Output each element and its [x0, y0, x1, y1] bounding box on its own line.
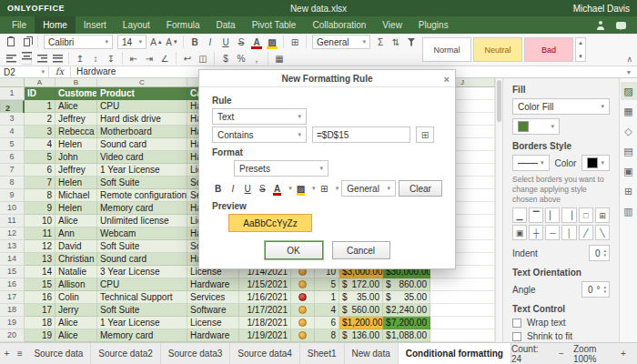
cell-B7[interactable]: Jeffrey: [56, 164, 97, 177]
cell-B9[interactable]: Michael: [56, 189, 97, 202]
border-all-icon[interactable]: ⊞: [595, 207, 610, 223]
cell-C2[interactable]: CPU: [97, 100, 187, 113]
menu-tab-view[interactable]: View: [374, 16, 410, 34]
underline-button[interactable]: U: [218, 35, 233, 49]
row-header-1[interactable]: 1: [0, 87, 25, 100]
decrement-font-size-button[interactable]: A▼: [165, 35, 179, 49]
bold-button[interactable]: B: [212, 181, 224, 196]
underline-button[interactable]: U: [242, 181, 254, 196]
cell-D17[interactable]: Services: [187, 291, 239, 304]
insert-function-button[interactable]: fx: [49, 66, 71, 77]
cell-B13[interactable]: David: [56, 240, 97, 253]
cell-style-normal[interactable]: Normal: [422, 37, 471, 62]
cell-A16[interactable]: 15: [25, 278, 56, 291]
cell-J20[interactable]: [430, 329, 495, 342]
presets-select[interactable]: Presets▾: [234, 160, 329, 177]
cell-H19[interactable]: $1,200.00: [339, 317, 383, 329]
cell-E16[interactable]: 1/15/2021: [239, 278, 291, 291]
cell-C15[interactable]: 3 Year License: [97, 266, 187, 278]
row-header-11[interactable]: 11: [0, 215, 25, 228]
vertical-scrollbar[interactable]: [495, 78, 502, 342]
manage-access-icon[interactable]: [596, 21, 605, 30]
condition-select[interactable]: Contains▾: [212, 126, 307, 143]
cell-C6[interactable]: Video card: [97, 151, 187, 164]
paste-button[interactable]: [4, 35, 18, 49]
border-diagonal-up-icon[interactable]: ╱: [579, 225, 593, 240]
cell-G18[interactable]: 4: [315, 304, 339, 317]
cell-A11[interactable]: 10: [25, 215, 56, 228]
sheet-tab-source-data2[interactable]: Source data2: [91, 343, 161, 364]
zoom-out-button[interactable]: −: [555, 349, 568, 359]
menu-tab-formula[interactable]: Formula: [158, 16, 208, 34]
sheet-tab-source-data[interactable]: Source data: [26, 343, 91, 364]
vertical-align-middle-button[interactable]: ↕: [88, 51, 103, 66]
row-header-17[interactable]: 17: [0, 291, 25, 304]
increment-font-size-button[interactable]: A▲: [149, 35, 164, 49]
cell-B20[interactable]: Alice: [56, 329, 97, 342]
cell-D16[interactable]: Hardware: [187, 278, 239, 291]
product-column-header[interactable]: Product: [97, 87, 187, 100]
border-top-icon[interactable]: ▔: [529, 207, 543, 223]
cancel-button[interactable]: Cancel: [332, 241, 390, 259]
cell-A2[interactable]: 1: [25, 100, 56, 113]
cell-A10[interactable]: 9: [25, 202, 56, 215]
cell-E19[interactable]: 1/18/2021: [239, 317, 291, 329]
cell-J16[interactable]: [430, 278, 495, 291]
cell-G19[interactable]: 6: [315, 317, 339, 329]
cell-A18[interactable]: 17: [25, 304, 56, 317]
row-header-13[interactable]: 13: [0, 240, 25, 253]
cell-G20[interactable]: 8: [315, 329, 339, 342]
cell-A3[interactable]: 2: [25, 113, 56, 126]
cell-A8[interactable]: 7: [25, 177, 56, 189]
scrollbar-thumb[interactable]: [497, 80, 501, 122]
cell-E20[interactable]: 1/19/2021: [239, 329, 291, 342]
border-inside-horizontal-icon[interactable]: ─: [545, 225, 560, 240]
accounting-style-button[interactable]: $: [218, 51, 233, 66]
cell-C13[interactable]: Soft Suite: [97, 240, 187, 253]
cell-B19[interactable]: Alice: [56, 317, 97, 329]
row-header-7[interactable]: 7: [0, 164, 25, 177]
border-diagonal-down-icon[interactable]: ╲: [595, 225, 610, 240]
id-column-header[interactable]: ID: [25, 87, 56, 100]
orientation-button[interactable]: ∠: [157, 51, 172, 66]
align-center-button[interactable]: [19, 51, 34, 66]
select-all-button[interactable]: [0, 78, 25, 87]
cell-A9[interactable]: 8: [25, 189, 56, 202]
cell-D19[interactable]: License: [187, 317, 239, 329]
chat-icon[interactable]: [616, 22, 626, 29]
copy-button[interactable]: [19, 35, 34, 49]
cell-I17[interactable]: $35.00: [383, 291, 430, 304]
wrap-text-checkbox[interactable]: Wrap text: [512, 318, 610, 328]
cell-settings-icon[interactable]: ▨: [621, 82, 637, 100]
pivot-table-settings-icon[interactable]: ⊞: [621, 182, 637, 200]
cell-B14[interactable]: Christian: [56, 253, 97, 266]
sort-button[interactable]: ⇅: [389, 35, 403, 49]
gallery-scroll[interactable]: ▲▼: [575, 37, 586, 62]
menu-tab-plugins[interactable]: Plugins: [410, 16, 457, 34]
cell-C16[interactable]: CPU: [97, 278, 187, 291]
cell-E18[interactable]: 1/17/2021: [239, 304, 291, 317]
italic-button[interactable]: I: [203, 35, 217, 49]
border-inside-vertical-icon[interactable]: │: [561, 225, 576, 240]
rule-value-input[interactable]: =$D$15: [312, 126, 410, 143]
cell-A7[interactable]: 6: [25, 164, 56, 177]
strikethrough-button[interactable]: S: [257, 181, 268, 196]
wrap-text-button[interactable]: ↩: [180, 51, 195, 66]
sheet-tab-source-data3[interactable]: Source data3: [161, 343, 231, 364]
cell-A15[interactable]: 14: [25, 266, 56, 278]
angle-input[interactable]: 0°▴▾: [581, 281, 610, 298]
indent-input[interactable]: 0▴▾: [589, 245, 610, 261]
row-header-10[interactable]: 10: [0, 202, 25, 215]
row-header-12[interactable]: 12: [0, 228, 25, 240]
cell-H17[interactable]: $35.00: [339, 291, 383, 304]
cell-A13[interactable]: 12: [25, 240, 56, 253]
zoom-in-button[interactable]: +: [617, 349, 630, 359]
border-bottom-icon[interactable]: ▁: [512, 207, 527, 223]
cell-B15[interactable]: Natalie: [56, 266, 97, 278]
italic-button[interactable]: I: [227, 181, 238, 196]
row-header-14[interactable]: 14: [0, 253, 25, 266]
fill-type-select[interactable]: Color Fill▾: [512, 98, 610, 115]
number-format-select[interactable]: General▾: [341, 180, 396, 197]
fill-color-select[interactable]: ▾: [512, 118, 560, 135]
percent-style-button[interactable]: %: [234, 51, 248, 66]
